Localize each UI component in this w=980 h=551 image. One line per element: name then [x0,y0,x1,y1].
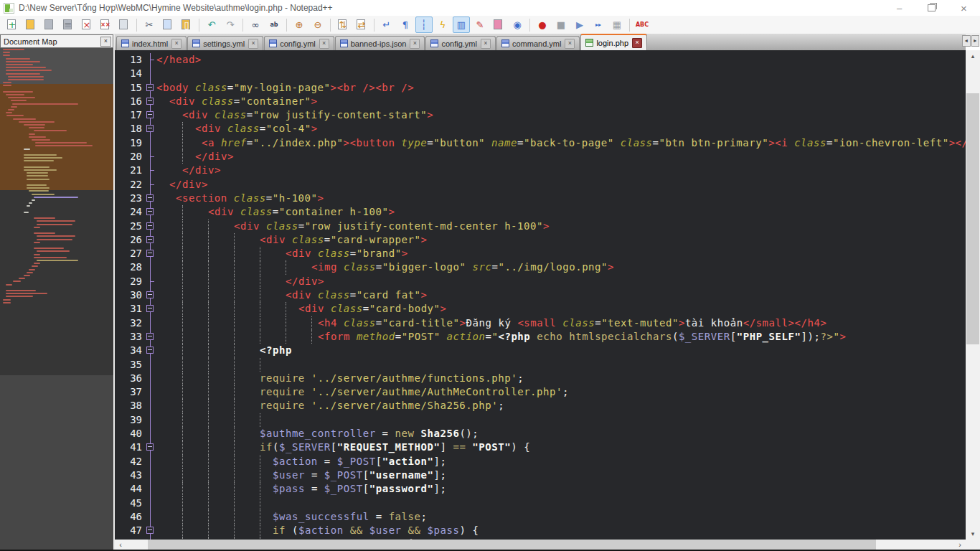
fold-margin[interactable] [145,482,156,496]
copy-icon[interactable] [159,17,176,33]
fold-collapse-icon[interactable] [146,111,154,118]
fold-collapse-icon[interactable] [146,84,154,91]
open-folder-icon[interactable] [22,17,39,33]
code-line[interactable]: 31<div class="card-body"> [115,302,966,316]
tab-command.yml[interactable]: command.yml× [496,36,580,50]
fold-margin[interactable] [145,302,156,316]
document-map-canvas[interactable] [0,48,113,534]
fold-margin[interactable] [145,385,156,399]
sync-vertical-icon[interactable]: ⇅ [334,17,352,33]
find-icon[interactable]: ∞ [247,17,264,33]
scroll-up-icon[interactable]: ▴ [966,50,980,62]
fold-margin[interactable] [145,233,156,247]
code-line[interactable]: 38require '../server/authme/Sha256.php'; [115,399,966,413]
code-line[interactable]: 34<?php [115,344,966,357]
code-line[interactable]: 23<section class="h-100"> [115,192,966,205]
word-wrap-icon[interactable]: ↵ [378,17,395,33]
fold-margin[interactable] [145,53,156,67]
fold-margin[interactable] [145,136,156,150]
code-line[interactable]: 41if($_SERVER["REQUEST_METHOD"] == "POST… [115,441,966,454]
indent-guide-icon[interactable]: ┆ [415,17,433,33]
fold-margin[interactable] [145,247,156,260]
tab-scroll-right-icon[interactable]: ▸ [971,35,980,47]
monitoring-eye-icon[interactable]: ◉ [509,17,526,33]
fold-margin[interactable] [145,67,156,80]
code-line[interactable]: 26<div class="card-wrapper"> [115,233,966,247]
macro-stop-icon[interactable]: ■ [552,17,570,33]
tab-close-icon[interactable]: × [319,39,329,49]
code-line[interactable]: 28<img class="bigger-logo" src="../img/l… [115,260,966,274]
code-line[interactable]: 14 [115,67,966,80]
function-list-icon[interactable]: ✎ [471,17,489,33]
code-line[interactable]: 43$user = $_POST["username"]; [115,468,966,482]
replace-icon[interactable]: ab [265,17,283,33]
code-editor[interactable]: 13</head>1415<body class="my-login-page"… [115,50,966,540]
fold-collapse-icon[interactable] [146,194,154,202]
tab-close-icon[interactable]: × [171,39,182,49]
scroll-right-icon[interactable]: › [954,540,966,550]
restore-button-icon[interactable] [915,0,948,16]
fold-margin[interactable] [145,192,156,205]
fold-margin[interactable] [145,399,156,413]
folder-as-workspace-icon[interactable] [490,17,507,33]
code-line[interactable]: 22</div> [115,178,966,192]
fold-margin[interactable] [145,275,156,288]
fold-collapse-icon[interactable] [146,125,154,132]
code-line[interactable]: 45 [115,496,966,510]
fold-margin[interactable] [145,288,156,302]
code-line[interactable]: 24<div class="container h-100"> [115,205,966,219]
macro-save-icon[interactable]: ▦ [608,17,626,33]
code-line[interactable]: 35 [115,358,966,372]
code-line[interactable]: 46$was_successful = false; [115,510,966,524]
scroll-down-icon[interactable]: ▾ [966,528,980,540]
close-all-documents-icon[interactable]: ×× [97,17,114,33]
save-icon[interactable] [41,17,58,33]
macro-run-multiple-icon[interactable]: ▸▸ [590,17,607,33]
zoom-out-icon[interactable]: ⊖ [309,17,326,33]
code-line[interactable]: 19<a href="../index.php"><button type="b… [115,136,966,150]
fold-margin[interactable] [145,524,156,537]
horizontal-scrollbar-thumb[interactable] [148,540,876,550]
code-line[interactable]: 18<div class="col-4"> [115,122,966,136]
function-completion-icon[interactable]: ϟ [434,17,451,33]
document-map-icon[interactable]: ▥ [453,17,470,33]
code-line[interactable]: 30<div class="card fat"> [115,288,966,302]
fold-margin[interactable] [145,330,156,344]
fold-collapse-icon[interactable] [146,333,154,340]
code-line[interactable]: 16<div class="container"> [115,95,966,108]
fold-margin[interactable] [145,260,156,274]
cut-icon[interactable]: ✂ [141,17,158,33]
code-line[interactable]: 29</div> [115,275,966,288]
tab-config.yml[interactable]: config.yml× [264,36,334,50]
tab-banned-ips.json[interactable]: banned-ips.json× [335,36,425,50]
fold-collapse-icon[interactable] [146,347,154,354]
code-line[interactable]: 44$pass = $_POST["password"]; [115,482,966,496]
code-line[interactable]: 17<div class="row justify-content-start"… [115,108,966,122]
tab-close-icon[interactable]: × [481,39,491,49]
sync-horizontal-icon[interactable]: ⇄ [353,17,370,33]
code-line[interactable]: 25<div class="row justify-content-md-cen… [115,220,966,233]
fold-margin[interactable] [145,510,156,524]
fold-collapse-icon[interactable] [146,527,154,534]
fold-margin[interactable] [145,455,156,468]
fold-collapse-icon[interactable] [146,250,154,257]
scroll-left-icon[interactable]: ‹ [115,540,126,550]
fold-margin[interactable] [145,108,156,122]
code-line[interactable]: 39 [115,413,966,427]
print-icon[interactable] [116,17,133,33]
fold-margin[interactable] [145,178,156,192]
fold-margin[interactable] [145,496,156,510]
code-line[interactable]: 37require '../server/authme/AuthMeContro… [115,385,966,399]
fold-margin[interactable] [145,205,156,219]
macro-play-icon[interactable]: ▶ [571,17,588,33]
code-line[interactable]: 20</div> [115,150,966,164]
code-line[interactable]: 21</div> [115,164,966,177]
fold-collapse-icon[interactable] [146,98,154,105]
fold-margin[interactable] [145,344,156,357]
fold-margin[interactable] [145,164,156,177]
macro-record-icon[interactable]: ● [534,17,551,33]
tab-close-icon[interactable]: × [248,39,258,49]
fold-collapse-icon[interactable] [146,291,154,298]
close-button-icon[interactable]: × [948,0,980,16]
fold-margin[interactable] [145,220,156,233]
